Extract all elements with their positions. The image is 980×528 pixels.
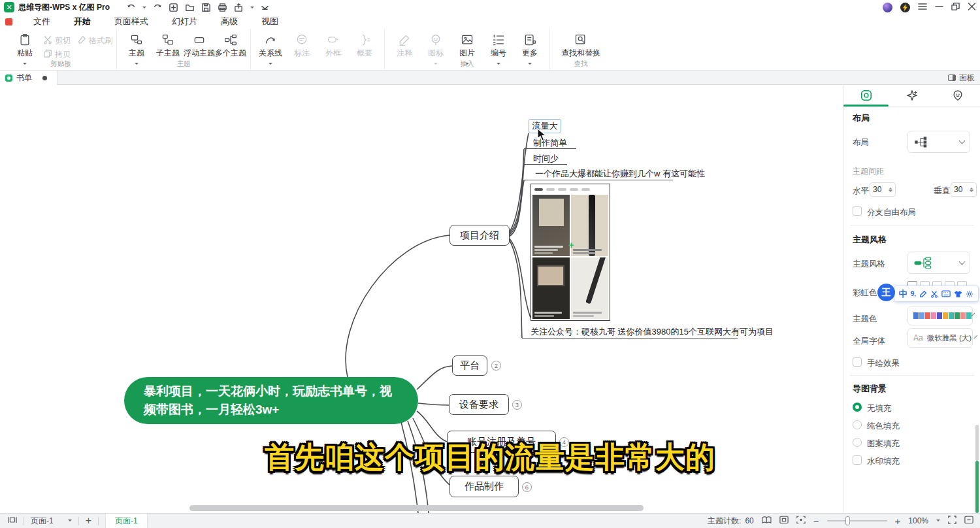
free-layout-checkbox[interactable] xyxy=(853,206,862,216)
boundary-button[interactable]: 外框 xyxy=(318,29,349,59)
ime-settings-gear-icon[interactable] xyxy=(966,290,973,298)
redo-button[interactable] xyxy=(153,3,162,12)
customize-toolbar-button[interactable] xyxy=(261,3,269,12)
cut-button[interactable]: 剪切 xyxy=(43,35,71,46)
pattern-fill-radio[interactable] xyxy=(853,438,862,447)
ime-skin-icon[interactable] xyxy=(954,290,962,298)
ime-language-toggle[interactable]: 中 xyxy=(899,288,907,300)
user-avatar[interactable] xyxy=(883,3,892,12)
outline-view-icon[interactable] xyxy=(762,516,772,526)
relation-line-button[interactable]: 关系线 xyxy=(255,29,286,67)
relation-dropdown-caret[interactable] xyxy=(269,63,272,67)
panel-tab-layout[interactable] xyxy=(843,85,889,106)
branch-node-intro[interactable]: 项目介绍 xyxy=(449,225,510,246)
page-list-icon[interactable] xyxy=(8,516,17,526)
membership-badge-icon[interactable] xyxy=(900,3,910,12)
undo-dropdown-caret[interactable] xyxy=(142,7,146,10)
share-dropdown-caret[interactable] xyxy=(250,7,254,10)
save-button[interactable] xyxy=(201,3,211,12)
note-button[interactable]: 注释 xyxy=(389,29,420,59)
open-file-button[interactable] xyxy=(185,3,195,12)
page-dropdown-caret[interactable] xyxy=(68,520,72,523)
new-page-button[interactable] xyxy=(169,3,178,12)
focus-mode-icon[interactable] xyxy=(796,516,806,526)
hand-drawn-checkbox[interactable] xyxy=(853,357,862,367)
subtopic-note[interactable]: 关注公众号：硬核九哥 送你价值3980的15个互联网大有可为项目 xyxy=(531,326,774,338)
page-dropdown[interactable]: 页面-1 xyxy=(31,516,54,527)
callout-button[interactable]: 标注 xyxy=(286,29,318,59)
menu-tab-page-style[interactable]: 页面样式 xyxy=(103,14,160,29)
ime-scissors-icon[interactable] xyxy=(930,290,938,298)
global-font-dropdown[interactable]: Aa 微软雅黑 (大) xyxy=(907,328,973,348)
horizontal-spacing-stepper[interactable]: 30 xyxy=(870,182,896,197)
add-subtopic-plus-icon[interactable]: + xyxy=(568,240,577,249)
subtopic-underline xyxy=(524,180,673,180)
solid-fill-label: 纯色填充 xyxy=(867,421,900,432)
canvas-horizontal-scrollbar[interactable] xyxy=(189,505,644,511)
print-button[interactable] xyxy=(218,3,227,12)
menu-tab-view[interactable]: 视图 xyxy=(250,14,290,29)
fit-page-icon[interactable] xyxy=(779,516,789,526)
zoom-slider-thumb[interactable] xyxy=(845,516,850,525)
add-page-button[interactable]: + xyxy=(86,515,91,527)
share-button[interactable] xyxy=(234,3,244,12)
theme-style-dropdown[interactable] xyxy=(907,252,970,274)
restore-button[interactable] xyxy=(951,1,960,13)
theme-color-dropdown[interactable] xyxy=(907,306,973,325)
solid-fill-radio[interactable] xyxy=(853,420,862,429)
find-replace-button[interactable]: 查找和替换 xyxy=(559,29,602,59)
menu-tab-slides[interactable]: 幻灯片 xyxy=(160,14,209,29)
ime-toolbar[interactable]: 中 9, xyxy=(894,286,979,302)
zoom-dropdown-caret[interactable] xyxy=(936,520,940,523)
panel-scrollbar-thumb[interactable] xyxy=(975,461,979,513)
subtopic-node[interactable]: 时间少 xyxy=(533,153,559,165)
fullscreen-icon[interactable] xyxy=(948,516,956,526)
summary-button[interactable]: 概要 xyxy=(349,29,380,59)
stepper-arrows-icon[interactable] xyxy=(889,186,892,194)
menu-tab-file[interactable]: 文件 xyxy=(22,14,62,29)
stepper-arrows-icon[interactable] xyxy=(970,186,973,194)
zoom-level-value[interactable]: 100% xyxy=(908,516,928,525)
document-tab[interactable]: 书单 xyxy=(0,71,57,85)
mindmap-canvas[interactable]: 暴利项目，一天花俩小时，玩励志书单号，视频带图书，一月轻松3w+ 项目介绍 流量… xyxy=(0,85,843,513)
floating-topic-button[interactable]: 浮动主题 xyxy=(184,29,215,59)
format-painter-button[interactable]: 格式刷 xyxy=(77,35,112,46)
branch-node-production[interactable]: 作品制作 xyxy=(449,476,519,497)
copy-button[interactable]: 拷贝 xyxy=(43,49,71,60)
active-page-tab[interactable]: 页面-1 xyxy=(105,514,148,528)
undo-button[interactable] xyxy=(127,3,136,12)
branch-node-device[interactable]: 设备要求 xyxy=(449,394,509,415)
embedded-image-node[interactable]: + xyxy=(531,184,610,321)
no-fill-radio[interactable] xyxy=(853,403,862,412)
zoom-in-button[interactable]: + xyxy=(895,516,901,527)
watermark-fill-checkbox[interactable] xyxy=(853,455,862,465)
branch-node-platform[interactable]: 平台 xyxy=(452,355,487,376)
collapse-toolbar-icon[interactable] xyxy=(964,516,973,526)
zoom-out-button[interactable]: − xyxy=(813,516,819,527)
panel-scrollbar[interactable] xyxy=(975,425,979,461)
font-value: 微软雅黑 (大) xyxy=(927,333,972,343)
subtopic-node[interactable]: 一个作品大爆都能让你赚到几个w 有这可能性 xyxy=(535,168,705,180)
relation-line-icon xyxy=(264,33,277,46)
layout-dropdown[interactable] xyxy=(907,131,970,153)
document-icon xyxy=(5,74,12,82)
zoom-slider[interactable] xyxy=(827,520,887,521)
minimize-button[interactable] xyxy=(935,1,943,13)
branch-node-account[interactable]: 账号注册及养号 xyxy=(447,431,556,453)
menu-bar: 文件 开始 页面样式 幻灯片 高级 视图 xyxy=(0,14,980,29)
ime-logo-icon[interactable]: 王 xyxy=(877,284,895,301)
panel-toggle-button[interactable]: 面板 xyxy=(948,71,975,85)
vertical-spacing-stepper[interactable]: 30 xyxy=(951,182,977,197)
panel-tab-ai[interactable] xyxy=(889,85,935,106)
central-topic-node[interactable]: 暴利项目，一天花俩小时，玩励志书单号，视频带图书，一月轻松3w+ xyxy=(124,377,418,424)
multi-topic-button[interactable]: 多个主题 xyxy=(215,29,246,59)
subtopic-button[interactable]: 子主题 xyxy=(152,29,184,59)
ime-keyboard-icon[interactable] xyxy=(941,290,951,297)
close-button[interactable] xyxy=(968,1,976,13)
menu-tab-home[interactable]: 开始 xyxy=(62,14,103,29)
window-menu-button[interactable] xyxy=(918,1,927,13)
panel-tab-sticker[interactable] xyxy=(935,85,980,106)
menu-tab-advanced[interactable]: 高级 xyxy=(209,14,250,29)
ime-pencil-icon[interactable] xyxy=(919,290,927,298)
ime-phrase-button[interactable]: 9, xyxy=(911,290,916,297)
